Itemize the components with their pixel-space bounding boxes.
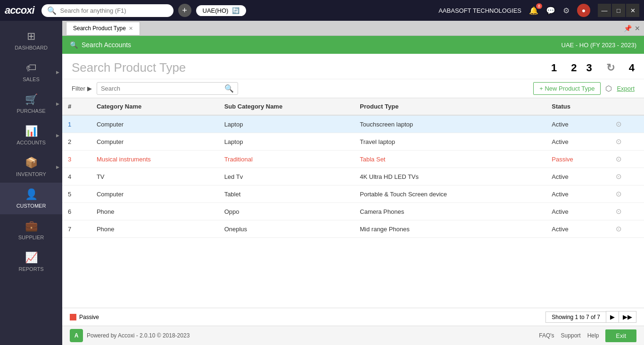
row-action-icon[interactable]: ⊙	[616, 172, 622, 180]
global-search-box[interactable]: 🔍	[41, 4, 173, 17]
cell-action[interactable]: ⊙	[610, 133, 644, 151]
sidebar-item-purchase[interactable]: 🛒 PURCHASE ▶	[0, 88, 62, 119]
cell-action[interactable]: ⊙	[610, 115, 644, 133]
minimize-button[interactable]: —	[598, 4, 611, 17]
last-page-button[interactable]: ▶▶	[619, 311, 636, 323]
maximize-button[interactable]: □	[612, 4, 625, 17]
tab-close-icon[interactable]: ✕	[129, 25, 133, 32]
cell-subcategory: Led Tv	[219, 168, 355, 185]
cell-action[interactable]: ⊙	[610, 203, 644, 220]
export-button[interactable]: Export	[617, 85, 635, 92]
sidebar-item-dashboard[interactable]: ⊞ DASHBOARD	[0, 25, 62, 56]
pin-icon[interactable]: 📌	[624, 25, 632, 32]
topbar-right: AABASOFT TECHNOLOGIES 🔔 8 💬 ⚙ ● — □ ✕	[438, 4, 639, 17]
num-indicators: 1 2	[551, 62, 577, 74]
search-accounts-link[interactable]: 🔍 Search Accounts	[70, 41, 131, 49]
next-page-button[interactable]: ▶	[606, 311, 619, 323]
messages-icon[interactable]: 💬	[546, 6, 555, 15]
table-row[interactable]: 6 Phone Oppo Camera Phones Active ⊙	[62, 203, 644, 220]
cell-action[interactable]: ⊙	[610, 151, 644, 168]
sidebar-item-customer[interactable]: 👤 CUSTOMER	[0, 183, 62, 214]
row-action-icon[interactable]: ⊙	[616, 225, 622, 233]
company-name: AABASOFT TECHNOLOGIES	[438, 7, 521, 14]
chevron-right-icon: ▶	[87, 85, 92, 92]
sidebar-item-inventory[interactable]: 📦 INVENTORY ▶	[0, 151, 62, 183]
global-search-input[interactable]	[60, 7, 164, 14]
cell-category: Phone	[91, 220, 219, 238]
table-row[interactable]: 5 Computer Tablet Portable & Touch Scree…	[62, 185, 644, 203]
cell-product-type: Camera Phones	[354, 203, 546, 220]
cell-status: Active	[546, 133, 610, 151]
sidebar-item-accounts[interactable]: 📊 ACCOUNTS ▶	[0, 119, 62, 151]
sidebar-item-sales[interactable]: 🏷 SALES ▶	[0, 56, 62, 88]
filter-label: Filter	[72, 85, 85, 92]
cell-num: 5	[62, 185, 91, 203]
toolbar: Filter ▶ 🔍 + New Product Type ⬡ Export	[62, 79, 644, 98]
cell-product-type: 4K Ultra HD LED TVs	[354, 168, 546, 185]
search-icon[interactable]: 🔍	[224, 84, 234, 93]
exit-button[interactable]: Exit	[605, 329, 636, 342]
sidebar-item-reports[interactable]: 📈 REPORTS	[0, 246, 62, 278]
cell-product-type: Tabla Set	[354, 151, 546, 168]
table-row[interactable]: 4 TV Led Tv 4K Ultra HD LED TVs Active ⊙	[62, 168, 644, 185]
refresh-page-icon[interactable]: ↻	[606, 62, 615, 74]
topbar: accoxi 🔍 + UAE(HO) 🔄 AABASOFT TECHNOLOGI…	[0, 0, 644, 21]
tab-bar: Search Product Type ✕ 📌 ✕	[62, 21, 644, 36]
cell-action[interactable]: ⊙	[610, 220, 644, 238]
refresh-icon: 🔄	[232, 7, 239, 14]
reports-icon: 📈	[25, 252, 38, 264]
sidebar-item-label: REPORTS	[19, 266, 44, 272]
search-box[interactable]: 🔍	[97, 82, 238, 95]
col-header-actions	[610, 98, 644, 115]
new-product-type-button[interactable]: + New Product Type	[533, 82, 601, 95]
search-input[interactable]	[101, 85, 222, 92]
cell-category: Computer	[91, 115, 219, 133]
row-action-icon[interactable]: ⊙	[616, 155, 622, 163]
cell-category: Computer	[91, 133, 219, 151]
help-link[interactable]: Help	[587, 332, 599, 339]
user-avatar[interactable]: ●	[577, 4, 590, 17]
app-logo: accoxi	[5, 4, 34, 17]
cell-product-type: Travel laptop	[354, 133, 546, 151]
col-header-product-type: Product Type	[354, 98, 546, 115]
table-row[interactable]: 1 Computer Laptop Touchscreen laptop Act…	[62, 115, 644, 133]
table-row[interactable]: 3 Musical instruments Traditional Tabla …	[62, 151, 644, 168]
sidebar-item-label: DASHBOARD	[15, 45, 48, 50]
open-icon[interactable]: ⬡	[605, 84, 612, 93]
sidebar: ⊞ DASHBOARD 🏷 SALES ▶ 🛒 PURCHASE ▶ 📊 ACC…	[0, 21, 62, 345]
table-row[interactable]: 2 Computer Laptop Travel laptop Active ⊙	[62, 133, 644, 151]
green-header: 🔍 Search Accounts UAE - HO (FY 2023 - 20…	[62, 36, 644, 54]
cell-num: 6	[62, 203, 91, 220]
accounts-icon: 📊	[25, 125, 38, 137]
row-action-icon[interactable]: ⊙	[616, 137, 622, 145]
cell-action[interactable]: ⊙	[610, 168, 644, 185]
cell-subcategory: Laptop	[219, 115, 355, 133]
tab-search-product-type[interactable]: Search Product Type ✕	[66, 22, 140, 35]
notifications-icon[interactable]: 🔔 8	[529, 6, 538, 15]
support-link[interactable]: Support	[561, 332, 581, 339]
cell-status: Passive	[546, 151, 610, 168]
sidebar-item-supplier[interactable]: 💼 SUPPLIER	[0, 214, 62, 246]
sales-icon: 🏷	[26, 62, 36, 74]
row-action-icon[interactable]: ⊙	[616, 120, 622, 128]
search-icon: 🔍	[47, 6, 57, 15]
table-row[interactable]: 7 Phone Oneplus Mid range Phones Active …	[62, 220, 644, 238]
cell-product-type: Portable & Touch Screen device	[354, 185, 546, 203]
sidebar-item-label: CUSTOMER	[17, 203, 46, 209]
bottom-bar-links: FAQ's Support Help Exit	[539, 329, 636, 342]
settings-icon[interactable]: ⚙	[563, 6, 570, 15]
cell-product-type: Touchscreen laptop	[354, 115, 546, 133]
row-action-icon[interactable]: ⊙	[616, 190, 622, 198]
page-title: Search Product Type	[72, 60, 186, 75]
company-selector[interactable]: UAE(HO) 🔄	[196, 5, 247, 16]
cell-action[interactable]: ⊙	[610, 185, 644, 203]
close-button[interactable]: ✕	[626, 4, 639, 17]
table-header-row: # Category Name Sub Category Name Produc…	[62, 98, 644, 115]
add-button[interactable]: +	[178, 4, 191, 17]
filter-button[interactable]: Filter ▶	[72, 85, 92, 92]
close-tab-icon[interactable]: ✕	[635, 25, 640, 32]
row-action-icon[interactable]: ⊙	[616, 207, 622, 215]
sidebar-item-label: SUPPLIER	[18, 235, 44, 240]
faq-link[interactable]: FAQ's	[539, 332, 554, 339]
bottom-bar-logo: A Powered by Accoxi - 2.0.10 © 2018-2023	[70, 329, 190, 342]
